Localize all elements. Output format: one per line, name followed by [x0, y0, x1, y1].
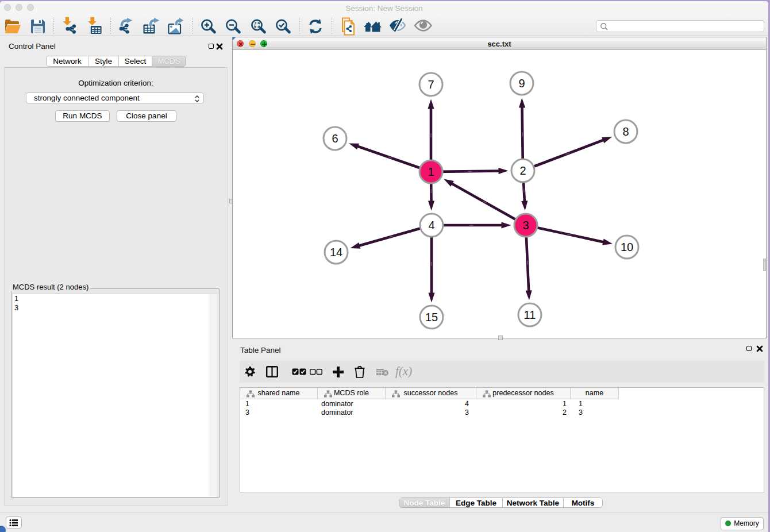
svg-text:7: 7	[428, 78, 434, 91]
svg-text:4: 4	[428, 219, 434, 232]
svg-text:14: 14	[330, 246, 342, 259]
svg-text:3: 3	[522, 219, 529, 232]
svg-text:11: 11	[524, 309, 536, 321]
svg-text:8: 8	[622, 125, 629, 138]
svg-text:15: 15	[425, 311, 438, 323]
svg-text:10: 10	[621, 241, 633, 253]
svg-text:6: 6	[332, 132, 338, 145]
svg-text:2: 2	[519, 164, 526, 177]
svg-text:1: 1	[428, 165, 434, 178]
svg-text:9: 9	[518, 77, 525, 90]
